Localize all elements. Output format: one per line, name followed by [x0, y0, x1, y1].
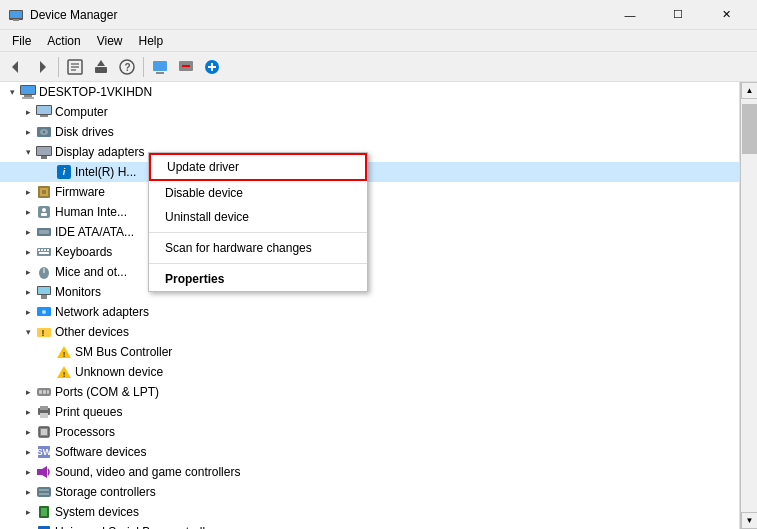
menu-file[interactable]: File	[4, 30, 39, 51]
tree-item-display-adapters[interactable]: ▾ Display adapters	[0, 142, 739, 162]
tree-root[interactable]: ▾ DESKTOP-1VKIHDN	[0, 82, 739, 102]
software-expand[interactable]: ▸	[20, 444, 36, 460]
display-adapter-icon	[36, 144, 52, 160]
disk-label: Disk drives	[55, 125, 114, 139]
tree-item-ports[interactable]: ▸ Ports (COM & LPT)	[0, 382, 739, 402]
tree-item-smbus[interactable]: ▸ ! SM Bus Controller	[0, 342, 739, 362]
system-label: System devices	[55, 505, 139, 519]
monitors-expand[interactable]: ▸	[20, 284, 36, 300]
system-expand[interactable]: ▸	[20, 504, 36, 520]
hid-expand[interactable]: ▸	[20, 204, 36, 220]
context-uninstall-device[interactable]: Uninstall device	[149, 205, 367, 229]
storage-icon	[36, 484, 52, 500]
tree-item-mice[interactable]: ▸ Mice and ot...	[0, 262, 739, 282]
disk-expand[interactable]: ▸	[20, 124, 36, 140]
computer-label: Computer	[55, 105, 108, 119]
svg-rect-9	[95, 67, 107, 73]
tree-item-usb[interactable]: ▸ USB Universal Serial Bus controllers	[0, 522, 739, 529]
svg-marker-3	[12, 61, 18, 73]
ide-expand[interactable]: ▸	[20, 224, 36, 240]
tree-item-intel[interactable]: ▸ Intel(R) H...	[0, 162, 739, 182]
root-label: DESKTOP-1VKIHDN	[39, 85, 152, 99]
svg-rect-68	[41, 429, 47, 435]
root-expand[interactable]: ▾	[4, 84, 20, 100]
tree-item-firmware[interactable]: ▸ Firmware	[0, 182, 739, 202]
close-button[interactable]: ✕	[703, 1, 749, 29]
tree-item-processors[interactable]: ▸ Processors	[0, 422, 739, 442]
add-device-button[interactable]	[200, 55, 224, 79]
usb-expand[interactable]: ▸	[20, 524, 36, 529]
svg-text:?: ?	[125, 62, 131, 73]
display-expand[interactable]: ▾	[20, 144, 36, 160]
computer-expand[interactable]: ▸	[20, 104, 36, 120]
svg-rect-50	[38, 287, 50, 294]
svg-point-37	[42, 208, 46, 212]
menu-view[interactable]: View	[89, 30, 131, 51]
svg-rect-25	[37, 106, 51, 114]
svg-rect-32	[41, 156, 47, 159]
device-manager-button[interactable]	[148, 55, 172, 79]
svg-rect-21	[21, 86, 35, 94]
sound-expand[interactable]: ▸	[20, 464, 36, 480]
svg-rect-46	[39, 252, 49, 254]
tree-item-computer[interactable]: ▸ Computer	[0, 102, 739, 122]
menu-action[interactable]: Action	[39, 30, 88, 51]
remove-device-button[interactable]	[174, 55, 198, 79]
context-disable-device[interactable]: Disable device	[149, 181, 367, 205]
help-button[interactable]: ?	[115, 55, 139, 79]
tree-item-software[interactable]: ▸ SW Software devices	[0, 442, 739, 462]
svg-text:!: !	[63, 370, 66, 379]
forward-button[interactable]	[30, 55, 54, 79]
context-menu: Update driver Disable device Uninstall d…	[148, 152, 368, 292]
tree-item-monitors[interactable]: ▸ Monitors	[0, 282, 739, 302]
minimize-button[interactable]: —	[607, 1, 653, 29]
scroll-up-arrow[interactable]: ▲	[741, 82, 757, 99]
window-title: Device Manager	[30, 8, 607, 22]
tree-item-hid[interactable]: ▸ Human Inte...	[0, 202, 739, 222]
toolbar-sep-2	[143, 57, 144, 77]
device-tree[interactable]: ▾ DESKTOP-1VKIHDN ▸ Compu	[0, 82, 740, 529]
maximize-button[interactable]: ☐	[655, 1, 701, 29]
network-label: Network adapters	[55, 305, 149, 319]
mice-expand[interactable]: ▸	[20, 264, 36, 280]
update-driver-toolbar-button[interactable]	[89, 55, 113, 79]
tree-item-disk-drives[interactable]: ▸ Disk drives	[0, 122, 739, 142]
scroll-track[interactable]	[741, 99, 757, 512]
scroll-down-arrow[interactable]: ▼	[741, 512, 757, 529]
intel-icon	[56, 164, 72, 180]
svg-rect-43	[41, 249, 43, 251]
other-expand[interactable]: ▾	[20, 324, 36, 340]
menu-help[interactable]: Help	[131, 30, 172, 51]
scroll-thumb[interactable]	[742, 104, 757, 154]
scrollbar[interactable]: ▲ ▼	[740, 82, 757, 529]
firmware-expand[interactable]: ▸	[20, 184, 36, 200]
context-properties[interactable]: Properties	[149, 267, 367, 291]
tree-item-other[interactable]: ▾ ! Other devices	[0, 322, 739, 342]
svg-text:!: !	[63, 350, 66, 359]
tree-item-system[interactable]: ▸ System devices	[0, 502, 739, 522]
tree-item-keyboards[interactable]: ▸ Keyboards	[0, 242, 739, 262]
print-expand[interactable]: ▸	[20, 404, 36, 420]
network-expand[interactable]: ▸	[20, 304, 36, 320]
context-update-driver[interactable]: Update driver	[149, 153, 367, 181]
keyboards-expand[interactable]: ▸	[20, 244, 36, 260]
context-scan-hardware[interactable]: Scan for hardware changes	[149, 236, 367, 260]
back-button[interactable]	[4, 55, 28, 79]
window-controls: — ☐ ✕	[607, 1, 749, 29]
tree-item-sound[interactable]: ▸ Sound, video and game controllers	[0, 462, 739, 482]
tree-item-print[interactable]: ▸ Print queues	[0, 402, 739, 422]
tree-item-ide[interactable]: ▸ IDE ATA/ATA...	[0, 222, 739, 242]
svg-rect-44	[44, 249, 46, 251]
tree-item-unknown[interactable]: ▸ ! Unknown device	[0, 362, 739, 382]
ports-expand[interactable]: ▸	[20, 384, 36, 400]
svg-point-53	[42, 310, 46, 314]
svg-rect-26	[40, 115, 48, 117]
proc-expand[interactable]: ▸	[20, 424, 36, 440]
tree-item-storage[interactable]: ▸ Storage controllers	[0, 482, 739, 502]
smbus-label: SM Bus Controller	[75, 345, 172, 359]
monitors-label: Monitors	[55, 285, 101, 299]
storage-expand[interactable]: ▸	[20, 484, 36, 500]
software-label: Software devices	[55, 445, 146, 459]
tree-item-network[interactable]: ▸ Network adapters	[0, 302, 739, 322]
properties-button[interactable]	[63, 55, 87, 79]
